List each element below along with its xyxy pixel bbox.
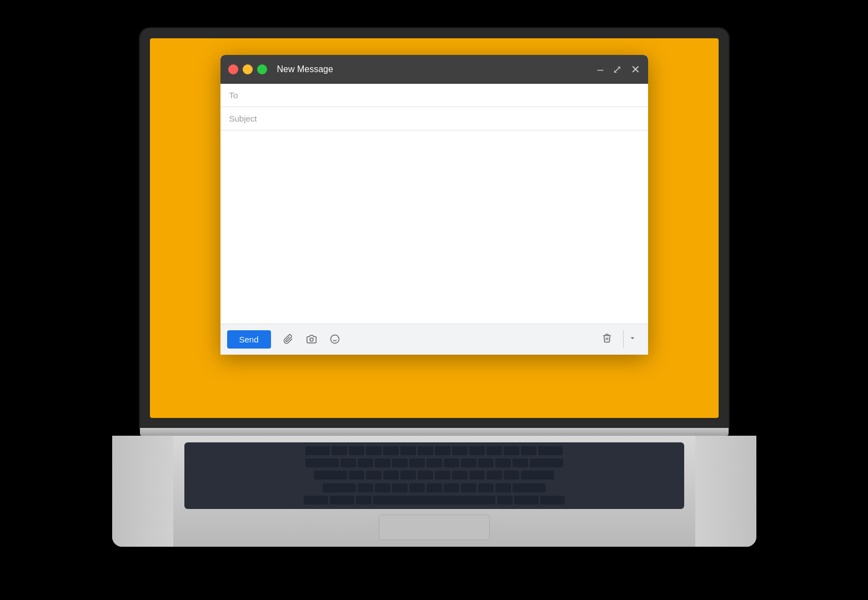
key (521, 446, 536, 455)
key (452, 446, 468, 455)
key-row-3 (188, 470, 681, 481)
svg-point-0 (310, 338, 313, 341)
key (409, 483, 425, 492)
traffic-lights (228, 64, 267, 74)
send-button[interactable]: Send (227, 330, 271, 349)
key (497, 496, 513, 505)
laptop-base (112, 436, 756, 547)
body-textarea[interactable] (229, 137, 639, 315)
touchpad[interactable] (379, 515, 490, 540)
key-row-1 (188, 446, 681, 456)
key (375, 483, 390, 492)
key (358, 483, 373, 492)
key (452, 471, 468, 480)
subject-input[interactable] (229, 114, 639, 123)
laptop-base-container (112, 428, 756, 547)
key (409, 458, 425, 467)
key (332, 446, 347, 455)
key (305, 458, 339, 467)
to-input[interactable] (229, 90, 639, 100)
close-button[interactable]: ✕ (631, 64, 640, 75)
key (366, 471, 382, 480)
more-options-icon[interactable] (623, 330, 641, 348)
key-row-4 (188, 482, 681, 493)
key (392, 483, 408, 492)
key (418, 446, 433, 455)
key (504, 446, 519, 455)
key (486, 446, 502, 455)
key (538, 446, 563, 455)
key (444, 483, 459, 492)
expand-button[interactable]: ⤢ (613, 64, 622, 75)
key-row-5 (188, 495, 681, 505)
close-traffic-light[interactable] (228, 64, 238, 74)
key (400, 471, 416, 480)
key (469, 446, 485, 455)
minimize-traffic-light[interactable] (243, 64, 253, 74)
key (469, 471, 485, 480)
compose-body (220, 130, 648, 324)
subject-field-row (220, 107, 648, 130)
key (305, 446, 330, 455)
key (478, 458, 494, 467)
key (486, 471, 502, 480)
key (461, 483, 476, 492)
laptop-hinge (140, 428, 729, 436)
key (461, 458, 476, 467)
maximize-traffic-light[interactable] (257, 64, 267, 74)
key (323, 483, 356, 492)
key (514, 496, 539, 505)
key (304, 496, 328, 505)
camera-icon[interactable] (302, 330, 321, 349)
key (330, 496, 354, 505)
key (375, 458, 390, 467)
key (392, 458, 408, 467)
key (400, 446, 416, 455)
svg-point-1 (330, 335, 339, 344)
key (383, 471, 399, 480)
key (340, 458, 356, 467)
key (418, 471, 433, 480)
key (314, 471, 347, 480)
key (540, 496, 565, 505)
key (444, 458, 459, 467)
keyboard (184, 442, 684, 509)
key (513, 483, 546, 492)
compose-toolbar: Send (220, 324, 648, 355)
key (383, 446, 399, 455)
title-actions: – ⤢ ✕ (597, 64, 640, 75)
screen-background: New Message – ⤢ ✕ (150, 38, 719, 418)
to-field-row (220, 84, 648, 107)
title-bar: New Message – ⤢ ✕ (220, 55, 648, 84)
key (427, 458, 442, 467)
spacebar-key (373, 496, 495, 505)
key (366, 446, 382, 455)
key (530, 458, 563, 467)
laptop-screen: New Message – ⤢ ✕ (140, 28, 729, 428)
key (356, 496, 372, 505)
emoji-icon[interactable] (325, 330, 344, 349)
key (478, 483, 494, 492)
palm-rest-right (695, 436, 756, 547)
key (349, 471, 364, 480)
key-row-2 (188, 458, 681, 468)
palm-rest-left (112, 436, 173, 547)
key (358, 458, 373, 467)
window-title: New Message (277, 64, 598, 74)
key (513, 458, 528, 467)
attach-icon[interactable] (279, 330, 298, 349)
delete-icon[interactable] (596, 330, 618, 349)
key (435, 471, 450, 480)
compose-window: New Message – ⤢ ✕ (220, 55, 648, 355)
key (435, 446, 450, 455)
key (349, 446, 364, 455)
minimize-button[interactable]: – (597, 64, 603, 75)
key (427, 483, 442, 492)
key (495, 458, 511, 467)
key (504, 471, 519, 480)
key (521, 471, 554, 480)
laptop: New Message – ⤢ ✕ (101, 28, 767, 572)
key (495, 483, 511, 492)
